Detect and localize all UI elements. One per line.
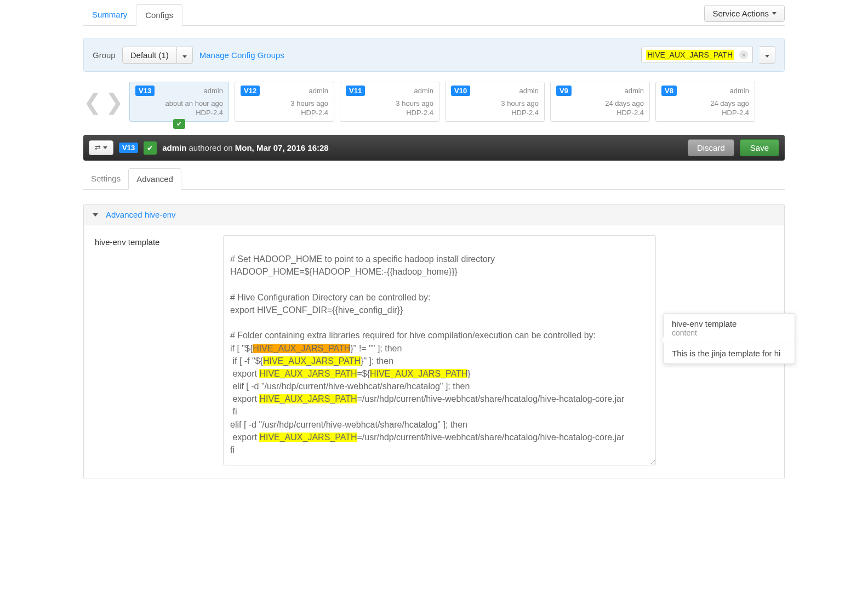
current-version-bar: ⇄ V13 ✔ admin authored on Mon, Mar 07, 2…: [83, 135, 785, 161]
version-card[interactable]: V12admin3 hours agoHDP-2.4: [235, 82, 334, 122]
version-stack: HDP-2.4: [451, 109, 539, 117]
caret-down-icon: [103, 146, 107, 149]
version-user: admin: [730, 87, 749, 95]
caret-down-icon: [182, 55, 187, 58]
version-badge: V11: [346, 86, 365, 96]
collapse-triangle-icon: [93, 213, 98, 217]
version-card[interactable]: V8admin24 days agoHDP-2.4: [655, 82, 755, 122]
search-value-highlight: HIVE_AUX_JARS_PATH: [646, 50, 734, 60]
version-badge: V9: [556, 86, 572, 96]
prev-arrow-icon[interactable]: ❮: [83, 89, 102, 115]
top-tabs: Summary Configs Service Actions: [83, 4, 785, 26]
version-time: about an hour ago: [135, 99, 223, 107]
caret-down-icon: [772, 12, 776, 15]
subtab-settings[interactable]: Settings: [83, 168, 128, 189]
save-button[interactable]: Save: [740, 139, 779, 156]
version-time: 3 hours ago: [241, 99, 328, 107]
current-check-icon: ✔: [173, 119, 185, 129]
group-default-button[interactable]: Default (1): [122, 47, 177, 64]
tooltip-body: This is the jinja template for hi: [664, 343, 795, 363]
version-user: admin: [414, 87, 433, 95]
version-stack: HDP-2.4: [135, 109, 223, 117]
caret-down-icon: [765, 55, 769, 58]
filter-search-input[interactable]: HIVE_AUX_JARS_PATH ✕: [641, 47, 753, 63]
discard-button[interactable]: Discard: [688, 139, 734, 156]
clear-search-icon[interactable]: ✕: [739, 50, 748, 59]
property-tooltip: hive-env template content This is the ji…: [664, 313, 795, 364]
version-user: admin: [625, 87, 644, 95]
tab-summary[interactable]: Summary: [83, 4, 136, 25]
version-badge: V12: [241, 86, 260, 96]
version-badge: V10: [451, 86, 470, 96]
version-time: 24 days ago: [661, 99, 749, 107]
authored-text: admin authored on Mon, Mar 07, 2016 16:2…: [162, 143, 329, 152]
version-time: 3 hours ago: [451, 99, 539, 107]
filter-dropdown-button[interactable]: [760, 46, 775, 64]
version-badge: V13: [135, 86, 155, 96]
version-stack: HDP-2.4: [661, 109, 749, 117]
tooltip-subtitle: content: [672, 328, 787, 337]
version-stack: HDP-2.4: [556, 109, 644, 117]
manage-config-groups-link[interactable]: Manage Config Groups: [199, 50, 284, 60]
version-stack: HDP-2.4: [241, 109, 328, 117]
group-dropdown-button[interactable]: [177, 47, 193, 64]
tab-configs[interactable]: Configs: [136, 4, 182, 26]
panel-title: Advanced hive-env: [106, 210, 176, 219]
service-actions-label: Service Actions: [712, 9, 769, 18]
group-select: Default (1): [122, 47, 193, 64]
group-label: Group: [93, 50, 116, 60]
service-actions-button[interactable]: Service Actions: [704, 5, 785, 22]
version-user: admin: [309, 87, 328, 95]
version-user: admin: [519, 87, 539, 95]
version-time: 24 days ago: [556, 99, 644, 107]
version-card[interactable]: V10admin3 hours agoHDP-2.4: [445, 82, 545, 122]
tooltip-title: hive-env template: [672, 319, 787, 328]
version-user: admin: [204, 87, 223, 95]
config-subtabs: Settings Advanced: [83, 168, 785, 190]
shuffle-icon: ⇄: [95, 144, 101, 152]
advanced-hive-env-panel: Advanced hive-env hive-env template # Se…: [83, 204, 785, 479]
version-history: ❮ ❯ V13adminabout an hour agoHDP-2.4✔V12…: [83, 82, 785, 122]
subtab-advanced[interactable]: Advanced: [128, 168, 181, 190]
compare-versions-button[interactable]: ⇄: [89, 140, 113, 155]
version-card[interactable]: V13adminabout an hour agoHDP-2.4✔: [129, 82, 229, 122]
panel-header[interactable]: Advanced hive-env: [84, 204, 784, 225]
version-card[interactable]: V11admin3 hours agoHDP-2.4: [340, 82, 439, 122]
hive-env-template-textarea[interactable]: # Set HADOOP_HOME to point to a specific…: [223, 235, 656, 465]
current-version-badge: V13: [119, 143, 138, 153]
version-time: 3 hours ago: [346, 99, 433, 107]
version-stack: HDP-2.4: [346, 109, 433, 117]
version-badge: V8: [661, 86, 677, 96]
config-group-bar: Group Default (1) Manage Config Groups H…: [83, 38, 785, 72]
property-label: hive-env template: [95, 235, 210, 465]
check-icon: ✔: [144, 141, 157, 155]
next-arrow-icon[interactable]: ❯: [105, 89, 124, 115]
version-card[interactable]: V9admin24 days agoHDP-2.4: [550, 82, 650, 122]
